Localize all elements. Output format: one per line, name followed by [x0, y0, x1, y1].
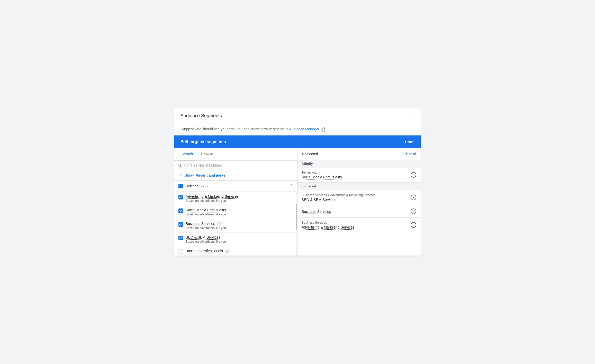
- tabs-row: Search Browse: [174, 148, 297, 161]
- right-item-business-services: Business Services ✕: [298, 205, 421, 218]
- remove-social-media-button[interactable]: ✕: [410, 172, 417, 178]
- remove-seo-sem-button[interactable]: ✕: [410, 194, 417, 201]
- right-item-content: Technology Social Media Enthusiasts: [302, 171, 410, 179]
- item-content-4: Business Professionals 🕓: [186, 249, 293, 253]
- right-item-seo-sem: Business Services > Advertising & Market…: [298, 190, 421, 205]
- scrollbar-track: [296, 192, 297, 256]
- right-item-content: Business Services > Advertising & Market…: [302, 193, 410, 202]
- item-title-3: SEO & SEM Services: [186, 235, 293, 239]
- right-item-parent-adv: Business Services: [302, 221, 410, 224]
- item-title-2: Business Services 🕓: [186, 222, 293, 226]
- select-all-checkbox[interactable]: [178, 184, 183, 188]
- subtitle-text: Suggest who should see your ads. You can…: [181, 127, 289, 131]
- circle-x-icon: ✕: [411, 195, 416, 200]
- card-title: Audience Segments: [181, 113, 222, 119]
- circle-x-icon: ✕: [411, 222, 416, 228]
- filter-text[interactable]: Show: Recent and ideas: [185, 173, 225, 177]
- right-item-title-bs: Business Services: [302, 210, 410, 214]
- item-title-4: Business Professionals 🕓: [186, 249, 293, 253]
- right-item-content: Business Services: [302, 209, 410, 214]
- item-subtitle-1: Based on advertisers like you: [186, 213, 293, 216]
- circle-x-icon: ✕: [411, 208, 416, 214]
- item-checkbox-2[interactable]: [178, 222, 183, 227]
- edit-segments-title: Edit targeted segments: [181, 140, 226, 144]
- panel-row: Search Browse: [174, 148, 421, 256]
- audience-segments-card: Audience Segments ⌃ Suggest who should s…: [174, 108, 421, 256]
- remove-adv-marketing-button[interactable]: ✕: [410, 222, 417, 228]
- filter-icon: [178, 173, 183, 178]
- help-icon[interactable]: ?: [322, 128, 326, 132]
- list-item[interactable]: Social Media Enthusiasts Based on advert…: [174, 205, 297, 219]
- section-inmarket: In-market: [298, 183, 421, 190]
- item-checkbox-3[interactable]: [178, 236, 183, 240]
- item-checkbox-4[interactable]: [178, 249, 183, 254]
- right-item-title-0: Social Media Enthusiasts: [302, 175, 410, 179]
- list-item[interactable]: Business Services 🕓 Based on advertisers…: [174, 219, 297, 233]
- item-subtitle-0: Based on advertisers like you: [186, 199, 293, 203]
- item-title-0: Advertising & Marketing Services: [186, 194, 293, 198]
- item-checkbox-0[interactable]: [178, 195, 183, 199]
- right-header-row: 4 selected Clear all: [298, 148, 421, 160]
- selected-count: 4 selected: [302, 152, 318, 156]
- card-subtitle: Suggest who should see your ads. You can…: [174, 123, 421, 135]
- right-item-social-media: Technology Social Media Enthusiasts ✕: [298, 168, 421, 183]
- item-content-2: Business Services 🕓 Based on advertisers…: [186, 222, 293, 230]
- items-list-wrapper: Advertising & Marketing Services Based o…: [174, 192, 297, 256]
- clear-all-button[interactable]: Clear all: [403, 152, 417, 156]
- item-content-1: Social Media Enthusiasts Based on advert…: [186, 208, 293, 216]
- search-icon: [177, 163, 182, 167]
- right-panel: 4 selected Clear all Affinity Technology…: [298, 148, 421, 256]
- item-content-0: Advertising & Marketing Services Based o…: [186, 194, 293, 203]
- tab-browse[interactable]: Browse: [198, 148, 216, 160]
- right-item-parent-0: Technology: [302, 171, 410, 174]
- right-item-title-adv: Advertising & Marketing Services: [302, 225, 410, 229]
- blue-header: Edit targeted segments Done: [174, 135, 421, 148]
- circle-x-icon: ✕: [411, 172, 416, 178]
- list-item[interactable]: Business Professionals 🕓: [174, 246, 297, 256]
- left-panel: Search Browse: [174, 148, 298, 256]
- list-item[interactable]: Advertising & Marketing Services Based o…: [174, 192, 297, 205]
- list-item[interactable]: SEO & SEM Services Based on advertisers …: [174, 233, 297, 246]
- done-button[interactable]: Done: [405, 140, 414, 144]
- svg-line-1: [180, 166, 181, 167]
- items-list: Advertising & Marketing Services Based o…: [174, 192, 297, 256]
- clock-icon-2: 🕓: [217, 222, 221, 226]
- right-item-title-seo: SEO & SEM Services: [302, 198, 410, 202]
- right-item-content: Business Services Advertising & Marketin…: [302, 221, 410, 229]
- section-affinity: Affinity: [298, 160, 421, 168]
- remove-business-services-button[interactable]: ✕: [410, 208, 417, 214]
- item-title-1: Social Media Enthusiasts: [186, 208, 293, 212]
- scrollbar-thumb[interactable]: [296, 204, 297, 230]
- item-checkbox-1[interactable]: [178, 208, 183, 213]
- clock-icon-4: 🕓: [225, 249, 229, 253]
- select-all-chevron[interactable]: ⌃: [289, 183, 293, 189]
- search-input[interactable]: [184, 163, 294, 167]
- item-content-3: SEO & SEM Services Based on advertisers …: [186, 235, 293, 243]
- search-row: [174, 161, 297, 170]
- show-label: Show:: [185, 173, 195, 177]
- svg-rect-2: [179, 186, 182, 186]
- audience-manager-link[interactable]: Audience Manager: [289, 127, 319, 131]
- item-subtitle-2: Based on advertisers like you: [186, 226, 293, 230]
- right-item-adv-marketing: Business Services Advertising & Marketin…: [298, 218, 421, 232]
- tab-search[interactable]: Search: [178, 148, 196, 160]
- filter-value: Recent and ideas: [196, 173, 225, 177]
- filter-row: Show: Recent and ideas: [174, 170, 297, 181]
- select-all-label: Select all (29): [186, 184, 208, 188]
- item-subtitle-3: Based on advertisers like you: [186, 240, 293, 243]
- card-header: Audience Segments ⌃: [174, 108, 421, 123]
- select-all-row: Select all (29) ⌃: [174, 181, 297, 192]
- right-item-parent-seo: Business Services > Advertising & Market…: [302, 193, 410, 197]
- select-all-left: Select all (29): [178, 184, 208, 188]
- collapse-icon[interactable]: ⌃: [411, 113, 414, 119]
